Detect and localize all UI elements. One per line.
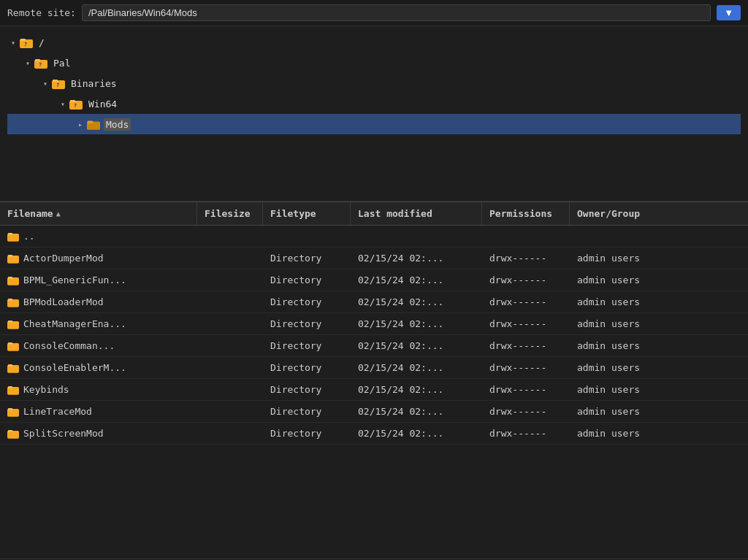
filename-cell: .. — [0, 226, 197, 247]
table-row[interactable]: LineTraceModDirectory02/15/24 02:...drwx… — [0, 401, 748, 423]
table-row[interactable]: ActorDumperModDirectory02/15/24 02:...dr… — [0, 248, 748, 269]
permissions-cell: drwx------ — [482, 313, 570, 334]
owner-group-cell: admin users — [570, 313, 748, 334]
tree-node-win64[interactable]: ? Win64 — [7, 93, 741, 114]
table-row[interactable]: .. — [0, 226, 748, 248]
folder-icon — [7, 341, 19, 351]
filename-text: ConsoleComman... — [23, 340, 115, 351]
filetype-cell: Directory — [263, 248, 351, 269]
filename-text: Keybinds — [23, 384, 69, 395]
folder-icon — [7, 297, 19, 307]
last-modified-cell: 02/15/24 02:... — [351, 248, 482, 269]
owner-group-cell: admin users — [570, 379, 748, 400]
last-modified-cell: 02/15/24 02:... — [351, 423, 482, 444]
svg-rect-2 — [20, 39, 26, 41]
filesize-cell — [197, 357, 263, 378]
filename-cell: LineTraceMod — [0, 401, 197, 422]
svg-rect-15 — [88, 120, 93, 123]
table-row[interactable]: KeybindsDirectory02/15/24 02:...drwx----… — [0, 379, 748, 401]
chevron-mods — [75, 118, 86, 130]
filetype-cell: Directory — [263, 291, 351, 312]
filename-text: CheatManagerEna... — [23, 318, 126, 329]
last-modified-cell: 02/15/24 02:... — [351, 379, 482, 400]
tree-node-binaries[interactable]: ? Binaries — [7, 73, 741, 93]
owner-group-cell — [570, 226, 748, 247]
col-header-filename[interactable]: Filename ▲ — [0, 202, 197, 225]
svg-text:?: ? — [74, 103, 77, 109]
filename-text: SplitScreenMod — [23, 428, 104, 439]
table-row[interactable]: SplitScreenModDirectory02/15/24 02:...dr… — [0, 423, 748, 445]
filesize-cell — [197, 401, 263, 422]
file-table: Filename ▲ Filesize Filetype Last modifi… — [0, 202, 748, 559]
folder-icon — [7, 319, 19, 329]
tree-node-mods-label: Mods — [104, 118, 131, 131]
filename-text: .. — [23, 231, 35, 242]
permissions-cell — [482, 226, 570, 247]
filetype-cell: Directory — [263, 401, 351, 422]
last-modified-cell: 02/15/24 02:... — [351, 401, 482, 422]
table-body: .. ActorDumperModDirectory02/15/24 02:..… — [0, 226, 748, 559]
owner-group-cell: admin users — [570, 423, 748, 444]
table-row[interactable]: BPModLoaderModDirectory02/15/24 02:...dr… — [0, 291, 748, 313]
folder-icon — [7, 363, 19, 373]
filename-cell: BPModLoaderMod — [0, 291, 197, 312]
svg-rect-17 — [8, 233, 12, 235]
tree-node-pal-label: Pal — [51, 57, 72, 69]
tree-node-root[interactable]: ? / — [7, 32, 741, 53]
chevron-root — [7, 37, 19, 48]
owner-group-cell: admin users — [570, 248, 748, 269]
owner-group-cell: admin users — [570, 269, 748, 291]
svg-rect-23 — [8, 299, 12, 301]
tree-node-mods[interactable]: Mods — [7, 114, 741, 134]
col-header-permissions[interactable]: Permissions — [482, 202, 570, 225]
last-modified-cell: 02/15/24 02:... — [351, 357, 482, 378]
sort-arrow-filename: ▲ — [56, 210, 61, 218]
filename-cell: Keybinds — [0, 379, 197, 400]
folder-icon — [7, 385, 19, 395]
svg-rect-21 — [8, 277, 12, 279]
last-modified-cell — [351, 226, 482, 247]
table-row[interactable]: CheatManagerEna...Directory02/15/24 02:.… — [0, 313, 748, 335]
remote-site-dropdown-btn[interactable]: ▼ — [717, 5, 741, 20]
folder-icon — [7, 275, 19, 285]
remote-site-input[interactable] — [82, 4, 711, 21]
table-row[interactable]: ConsoleComman...Directory02/15/24 02:...… — [0, 335, 748, 357]
svg-rect-5 — [35, 59, 40, 61]
permissions-cell: drwx------ — [482, 357, 570, 378]
last-modified-cell: 02/15/24 02:... — [351, 291, 482, 312]
svg-rect-11 — [70, 100, 75, 102]
folder-icon — [7, 407, 19, 417]
table-header: Filename ▲ Filesize Filetype Last modifi… — [0, 202, 748, 226]
svg-rect-27 — [8, 342, 12, 345]
filename-text: BPML_GenericFun... — [23, 275, 126, 285]
svg-rect-19 — [8, 255, 12, 257]
col-header-filetype[interactable]: Filetype — [263, 202, 351, 225]
tree-node-root-label: / — [37, 37, 47, 49]
svg-text:?: ? — [56, 83, 59, 88]
svg-rect-33 — [8, 408, 12, 410]
permissions-cell: drwx------ — [482, 335, 570, 356]
svg-rect-31 — [8, 386, 12, 388]
folder-icon — [7, 231, 19, 242]
table-row[interactable]: ConsoleEnablerM...Directory02/15/24 02:.… — [0, 357, 748, 379]
filetype-cell: Directory — [263, 269, 351, 291]
table-row[interactable]: BPML_GenericFun...Directory02/15/24 02:.… — [0, 269, 748, 291]
col-header-owner-group[interactable]: Owner/Group — [570, 202, 748, 225]
filename-cell: BPML_GenericFun... — [0, 269, 197, 291]
chevron-pal — [22, 57, 34, 69]
col-header-filesize[interactable]: Filesize — [197, 202, 263, 225]
last-modified-cell: 02/15/24 02:... — [351, 335, 482, 356]
remote-site-bar: Remote site: ▼ — [0, 0, 748, 26]
permissions-cell: drwx------ — [482, 423, 570, 444]
svg-text:?: ? — [39, 62, 42, 68]
filename-text: ActorDumperMod — [23, 253, 104, 264]
svg-rect-25 — [8, 321, 12, 323]
filename-text: BPModLoaderMod — [23, 296, 104, 307]
filetype-cell: Directory — [263, 357, 351, 378]
folder-icon — [7, 253, 19, 264]
folder-icon-binaries: ? — [51, 77, 66, 89]
col-header-last-modified[interactable]: Last modified — [351, 202, 482, 225]
owner-group-cell: admin users — [570, 401, 748, 422]
tree-node-pal[interactable]: ? Pal — [7, 53, 741, 73]
filesize-cell — [197, 379, 263, 400]
